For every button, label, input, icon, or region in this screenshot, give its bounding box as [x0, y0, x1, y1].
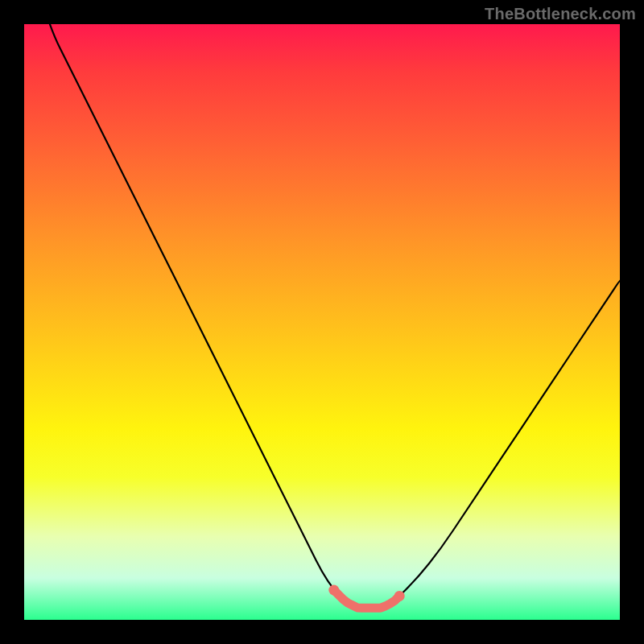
highlight-endpoint — [394, 591, 405, 601]
bottleneck-curve — [24, 24, 620, 608]
watermark-text: TheBottleneck.com — [485, 5, 636, 23]
bottleneck-highlight — [334, 590, 399, 608]
plot-area — [24, 24, 620, 620]
chart-svg — [24, 24, 620, 620]
chart-frame: TheBottleneck.com — [0, 0, 644, 644]
highlight-endpoint — [328, 585, 339, 596]
